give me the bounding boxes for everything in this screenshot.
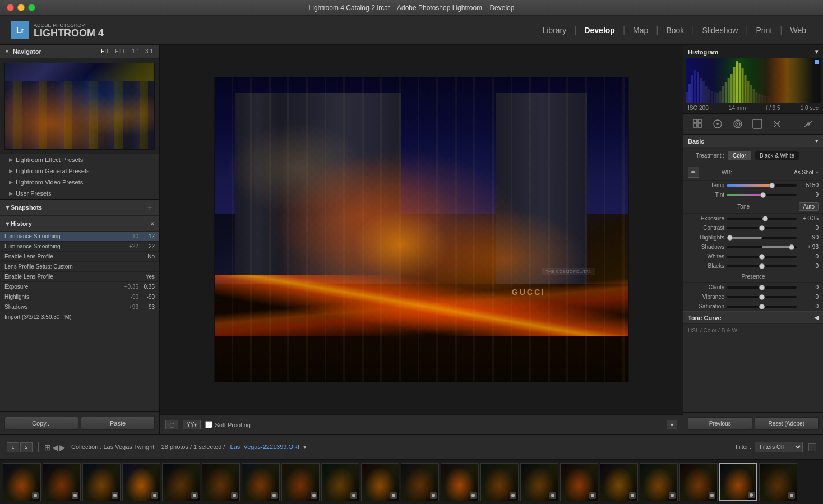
nav-slideshow[interactable]: Slideshow <box>697 24 744 37</box>
maximize-button[interactable] <box>28 4 35 11</box>
filmstrip-thumb-9[interactable] <box>361 463 399 501</box>
whites-thumb[interactable] <box>759 254 765 260</box>
nav-book[interactable]: Book <box>660 24 690 37</box>
highlights-thumb[interactable] <box>727 235 733 241</box>
preset-effect[interactable]: ▶ Lightroom Effect Presets <box>0 154 159 165</box>
zoom-1-1[interactable]: 1:1 <box>130 48 141 55</box>
filmstrip-thumb-3[interactable] <box>122 463 160 501</box>
filmstrip-thumb-11[interactable] <box>441 463 479 501</box>
history-item[interactable]: Shadows +93 93 <box>0 302 159 312</box>
previous-button[interactable]: Previous <box>688 417 752 430</box>
history-item[interactable]: Exposure +0.35 0.35 <box>0 282 159 292</box>
toolbar-dropdown-button[interactable]: ▾ <box>667 420 677 429</box>
vibrance-thumb[interactable] <box>759 294 765 300</box>
view-mode-button[interactable]: ▢ <box>165 420 178 429</box>
next-arrow-icon[interactable]: ▶ <box>59 443 66 452</box>
histogram-expand-icon[interactable]: ▾ <box>815 48 819 56</box>
reset-button[interactable]: Reset (Adobe) <box>755 417 819 430</box>
temp-thumb[interactable] <box>769 183 775 188</box>
vibrance-slider[interactable] <box>727 296 797 298</box>
temp-slider[interactable] <box>727 184 797 187</box>
wb-eyedropper-tool[interactable]: ✒ <box>688 167 699 178</box>
filmstrip-thumb-4[interactable] <box>162 463 200 501</box>
filmstrip-thumb-13[interactable] <box>520 463 558 501</box>
contrast-thumb[interactable] <box>759 225 765 231</box>
history-item[interactable]: Enable Lens Profile Yes <box>0 272 159 282</box>
history-close-button[interactable]: × <box>150 219 155 228</box>
whites-slider[interactable] <box>727 256 797 258</box>
filename-link[interactable]: Las_Vegas-2221399.ORF <box>230 443 302 450</box>
filmstrip-thumb-16[interactable] <box>640 463 678 501</box>
curve-point-icon[interactable] <box>802 117 815 131</box>
soft-proof-checkbox[interactable] <box>205 421 212 428</box>
nav-print[interactable]: Print <box>751 24 778 37</box>
filmstrip-thumb-8[interactable] <box>321 463 359 501</box>
filmstrip-thumb-2[interactable] <box>82 463 121 501</box>
tint-thumb[interactable] <box>760 192 766 198</box>
filmstrip-thumb-10[interactable] <box>401 463 439 501</box>
yy-button[interactable]: YY▾ <box>183 420 201 429</box>
preset-general[interactable]: ▶ Lightroom General Presets <box>0 165 159 177</box>
minimize-button[interactable] <box>17 4 25 11</box>
bw-treatment-button[interactable]: Black & White <box>755 151 799 160</box>
clarity-thumb[interactable] <box>759 285 765 290</box>
history-item[interactable]: Highlights -90 -90 <box>0 292 159 302</box>
history-item[interactable]: Luminance Smoothing +22 22 <box>0 242 159 252</box>
filmstrip-thumb-19[interactable] <box>759 463 797 501</box>
filter-dropdown[interactable]: Filters Off <box>755 442 803 452</box>
history-item[interactable]: Luminance Smoothing -10 12 <box>0 232 159 242</box>
filmstrip-thumb-12[interactable] <box>480 463 519 501</box>
preset-user[interactable]: ▶ User Presets <box>0 188 159 199</box>
blacks-thumb[interactable] <box>759 263 765 269</box>
history-item[interactable]: Import (3/3/12 3:50:30 PM) <box>0 312 159 322</box>
contrast-slider[interactable] <box>727 227 797 229</box>
copy-button[interactable]: Copy... <box>4 417 78 430</box>
prev-arrow-icon[interactable]: ◀ <box>52 443 58 452</box>
grid-view-icon[interactable]: ⊞ <box>44 443 51 452</box>
basic-expand-icon[interactable]: ▾ <box>815 137 819 145</box>
exposure-thumb[interactable] <box>762 216 768 221</box>
clarity-slider[interactable] <box>727 286 797 289</box>
shadows-slider[interactable] <box>727 246 797 248</box>
saturation-thumb[interactable] <box>759 304 765 309</box>
main-photo[interactable]: GUCCI THE COSMOPOLITAN <box>214 77 629 382</box>
nav-develop[interactable]: Develop <box>579 24 620 37</box>
heal-tool-icon[interactable] <box>731 117 745 131</box>
add-snapshot-button[interactable]: + <box>145 202 155 212</box>
highlights-slider[interactable] <box>727 237 797 239</box>
shadows-thumb[interactable] <box>789 244 794 250</box>
filmstrip-thumb-17[interactable] <box>679 463 718 501</box>
filmstrip-thumb-0[interactable] <box>3 463 41 501</box>
exposure-slider[interactable] <box>727 218 797 220</box>
filmstrip-thumb-5[interactable] <box>202 463 240 501</box>
wb-dropdown-icon[interactable]: ▾ <box>816 169 819 175</box>
filmstrip-thumb-15[interactable] <box>600 463 638 501</box>
soft-proofing-toggle[interactable]: Soft Proofing <box>205 421 251 428</box>
crop-tool-icon[interactable] <box>711 117 724 131</box>
close-button[interactable] <box>7 4 14 11</box>
preset-video[interactable]: ▶ Lightroom Video Presets <box>0 177 159 188</box>
filmstrip-thumb-14[interactable] <box>560 463 598 501</box>
zoom-3-1[interactable]: 3:1 <box>144 48 155 55</box>
redeye-tool-icon[interactable] <box>751 117 764 131</box>
grad-tool-icon[interactable] <box>770 117 784 131</box>
coll-btn-1[interactable]: 1 <box>7 442 19 452</box>
auto-button[interactable]: Auto <box>799 202 819 211</box>
filmstrip-thumb-1[interactable] <box>43 463 81 501</box>
filmstrip-thumb-6[interactable] <box>242 463 280 501</box>
grid-tool-icon[interactable] <box>691 117 705 131</box>
filename-dropdown[interactable]: ▾ <box>303 443 307 450</box>
tint-slider[interactable] <box>727 194 797 196</box>
zoom-fit[interactable]: FIT <box>99 48 111 55</box>
filmstrip-thumb-18[interactable] <box>719 463 757 501</box>
nav-library[interactable]: Library <box>537 24 572 37</box>
navigator-header[interactable]: ▼ Navigator FIT FILL 1:1 3:1 <box>0 45 159 58</box>
coll-btn-2[interactable]: 2 <box>20 442 33 452</box>
paste-button[interactable]: Paste <box>81 417 155 430</box>
nav-map[interactable]: Map <box>627 24 654 37</box>
zoom-fill[interactable]: FILL <box>113 48 128 55</box>
color-treatment-button[interactable]: Color <box>728 151 751 160</box>
nav-web[interactable]: Web <box>784 24 812 37</box>
saturation-slider[interactable] <box>727 306 797 308</box>
blacks-slider[interactable] <box>727 265 797 267</box>
